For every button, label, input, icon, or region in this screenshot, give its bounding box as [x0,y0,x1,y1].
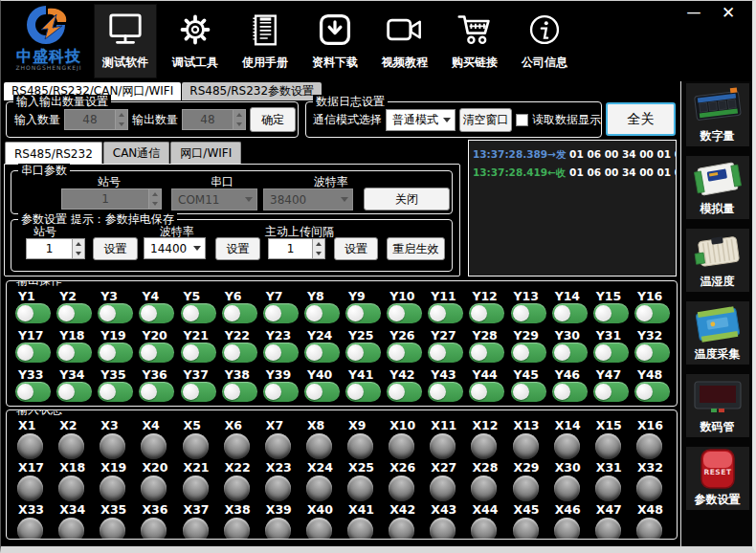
param-station-spinner[interactable]: 1 [26,238,85,259]
read-data-checkbox[interactable] [516,114,528,126]
output-toggle-Y1[interactable] [15,303,51,323]
param-baud-set-button[interactable]: 设置 [215,237,260,260]
output-toggle-Y28[interactable] [469,343,504,363]
output-count-spinner[interactable]: 48 [182,109,246,130]
output-toggle-Y12[interactable] [469,303,504,323]
output-toggle-Y4[interactable] [139,303,174,323]
toolbar-item-1[interactable]: 测试软件 [95,5,156,77]
output-toggle-Y27[interactable] [428,343,463,363]
output-toggle-Y14[interactable] [552,303,588,323]
comm-mode-select[interactable]: 普通模式 [386,109,456,131]
param-interval-spin-buttons[interactable] [312,239,324,258]
output-toggle-Y40[interactable] [304,382,340,402]
input-count-spin-buttons[interactable] [115,110,127,129]
comm-tab-1[interactable]: RS485/RS232 [5,142,102,165]
input-count-spinner[interactable]: 48 [64,109,128,130]
output-toggle-Y42[interactable] [387,382,422,402]
io-cell: X37 [178,503,219,540]
param-station-spin-buttons[interactable] [72,239,84,258]
output-toggle-Y8[interactable] [304,303,340,323]
toolbar-item-5[interactable]: 视频教程 [374,5,435,77]
output-toggle-Y15[interactable] [593,303,629,323]
output-toggle-Y26[interactable] [387,343,422,363]
output-toggle-Y47[interactable] [593,382,629,402]
main-tab-2[interactable]: RS485/RS232参数设置 [182,82,322,100]
confirm-button[interactable]: 确定 [250,107,296,132]
output-toggle-Y21[interactable] [181,343,216,363]
sidebar-item-3[interactable]: 温湿度 [686,229,749,292]
output-toggle-Y31[interactable] [593,343,629,363]
channel-label: Y38 [222,368,260,381]
output-toggle-Y20[interactable] [139,343,174,363]
output-toggle-Y32[interactable] [634,343,670,363]
io-cell: Y45 [508,368,549,407]
output-toggle-Y48[interactable] [634,382,670,402]
close-button[interactable]: ✕ [716,3,741,22]
io-cell: X19 [95,461,136,503]
serial-station-spinner[interactable]: 1 [61,188,162,210]
output-toggle-Y19[interactable] [98,343,133,363]
restart-apply-button[interactable]: 重启生效 [387,237,445,260]
serial-baud-select[interactable]: 38400 [263,188,353,210]
serial-port-select[interactable]: COM11 [171,188,257,210]
output-toggle-Y45[interactable] [511,382,546,402]
output-toggle-Y46[interactable] [552,382,588,402]
output-toggle-Y30[interactable] [552,343,588,363]
minimize-button[interactable]: — [681,3,706,22]
output-toggle-Y25[interactable] [345,343,381,363]
sidebar-item-4[interactable]: 温度采集 [686,301,749,365]
output-toggle-Y38[interactable] [222,382,257,402]
inputs-group-title: 输入状态 [13,409,65,416]
output-toggle-Y39[interactable] [263,382,299,402]
output-toggle-Y43[interactable] [428,382,463,402]
output-toggle-Y16[interactable] [634,303,670,323]
output-toggle-Y44[interactable] [469,382,504,402]
comm-tab-2[interactable]: CAN通信 [103,142,170,165]
toolbar-item-3[interactable]: 使用手册 [234,5,296,77]
output-toggle-Y6[interactable] [222,303,257,323]
all-off-button[interactable]: 全关 [606,102,676,136]
output-toggle-Y5[interactable] [181,303,216,323]
output-toggle-Y10[interactable] [387,303,422,323]
sidebar-item-2[interactable]: 模拟量 [686,156,749,219]
output-toggle-Y29[interactable] [511,343,546,363]
output-toggle-Y33[interactable] [15,382,51,402]
output-count-spin-buttons[interactable] [233,110,245,129]
input-led-X18 [58,476,84,501]
output-toggle-Y3[interactable] [98,303,133,323]
param-interval-set-button[interactable]: 设置 [334,237,378,260]
clear-window-button[interactable]: 清空窗口 [459,108,512,132]
comm-log-window[interactable]: 13:37:28.389→发 01 06 00 34 00 01 09 C413… [468,140,677,276]
io-cell: Y30 [549,329,590,368]
toolbar-item-4[interactable]: 资料下载 [304,5,366,77]
output-toggle-Y37[interactable] [181,382,216,402]
serial-close-button[interactable]: 关闭 [364,188,450,210]
output-toggle-Y7[interactable] [263,303,299,323]
toolbar-item-2[interactable]: 调试工具 [165,5,226,77]
output-toggle-Y22[interactable] [222,343,257,363]
output-toggle-Y13[interactable] [511,303,546,323]
sidebar-item-5[interactable]: 数码管 [686,374,749,437]
param-station-set-button[interactable]: 设置 [93,237,138,260]
toolbar-item-7[interactable]: 公司信息 [514,5,575,77]
output-toggle-Y17[interactable] [15,343,51,363]
output-toggle-Y34[interactable] [56,382,92,402]
input-led-X17 [17,476,43,501]
comm-tab-3[interactable]: 网口/WIFI [170,142,241,165]
output-toggle-Y35[interactable] [98,382,133,402]
output-toggle-Y11[interactable] [428,303,463,323]
output-toggle-Y24[interactable] [304,343,340,363]
output-toggle-Y23[interactable] [263,343,299,363]
serial-station-spin-buttons[interactable] [148,189,161,209]
sidebar-item-1[interactable]: 数字量 [686,83,749,146]
param-baud-select[interactable]: 14400 [144,237,206,259]
output-toggle-Y9[interactable] [345,303,381,323]
toolbar-item-6[interactable]: 购买链接 [444,5,505,77]
output-toggle-Y36[interactable] [139,382,174,402]
input-led-X13 [513,433,539,459]
output-toggle-Y18[interactable] [56,343,92,363]
output-toggle-Y41[interactable] [345,382,381,402]
param-interval-spinner[interactable]: 1 [268,238,325,259]
sidebar-item-6[interactable]: RESET参数设置 [686,447,749,510]
output-toggle-Y2[interactable] [56,303,92,323]
